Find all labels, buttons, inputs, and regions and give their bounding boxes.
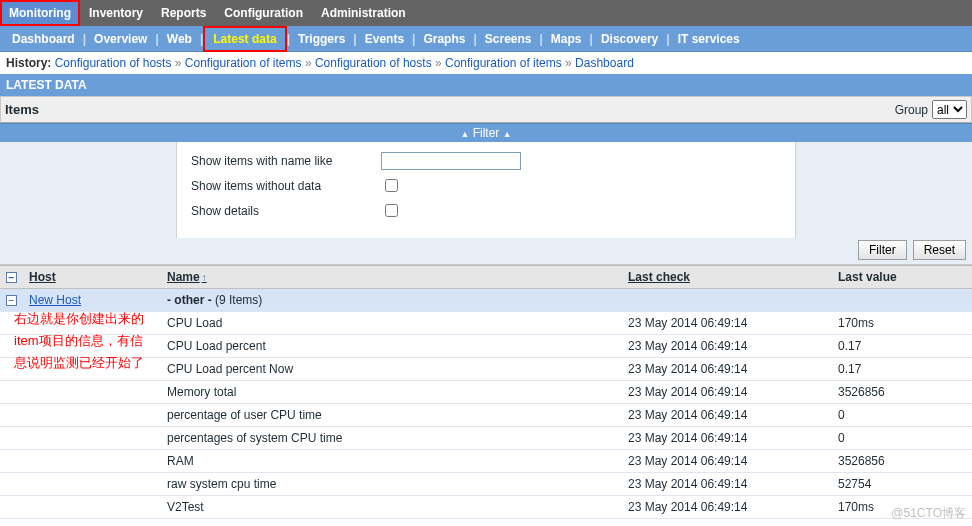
item-last-value: 3526856 bbox=[832, 381, 972, 404]
item-name: percentages of system CPU time bbox=[161, 427, 622, 450]
items-bar: Items Group all bbox=[0, 96, 972, 123]
filter-button[interactable]: Filter bbox=[858, 240, 907, 260]
topnav-tab-administration[interactable]: Administration bbox=[312, 0, 415, 26]
topnav: Monitoring Inventory Reports Configurati… bbox=[0, 0, 972, 26]
table-row: percentage of user CPU time23 May 2014 0… bbox=[0, 404, 972, 427]
item-last-check: 23 May 2014 06:49:14 bbox=[622, 358, 832, 381]
annotation-text: 右边就是你创建出来的item项目的信息，有信息说明监测已经开始了 bbox=[14, 308, 144, 374]
history-link[interactable]: Configuration of items bbox=[445, 56, 562, 70]
table-row: V2Test23 May 2014 06:49:14170ms bbox=[0, 496, 972, 519]
topnav-tab-monitoring[interactable]: Monitoring bbox=[0, 0, 80, 26]
topnav-tab-reports[interactable]: Reports bbox=[152, 0, 215, 26]
item-last-value: 3526856 bbox=[832, 450, 972, 473]
page-title: LATEST DATA bbox=[0, 74, 972, 96]
toggle-all-icon[interactable]: − bbox=[6, 272, 17, 283]
chevron-up-icon: ▲ bbox=[503, 129, 512, 139]
toggle-group-icon[interactable]: − bbox=[6, 295, 17, 306]
item-name: V2Test bbox=[161, 496, 622, 519]
subnav-discovery[interactable]: Discovery bbox=[593, 26, 666, 52]
item-name: CPU Load percent Now bbox=[161, 358, 622, 381]
item-last-value: 52754 bbox=[832, 473, 972, 496]
filter-name-like-label: Show items with name like bbox=[191, 154, 381, 168]
topnav-tab-inventory[interactable]: Inventory bbox=[80, 0, 152, 26]
filter-name-like-input[interactable] bbox=[381, 152, 521, 170]
table-row: CPU Load percent23 May 2014 06:49:140.17 bbox=[0, 335, 972, 358]
item-last-value: 0 bbox=[832, 404, 972, 427]
col-last-value: Last value bbox=[832, 266, 972, 289]
table-row: Memory total23 May 2014 06:49:143526856 bbox=[0, 381, 972, 404]
item-last-check: 23 May 2014 06:49:14 bbox=[622, 450, 832, 473]
table-row: CPU Load23 May 2014 06:49:14170ms bbox=[0, 312, 972, 335]
subnav-it-services[interactable]: IT services bbox=[670, 26, 748, 52]
item-name: Memory total bbox=[161, 381, 622, 404]
group-name: - other - bbox=[167, 293, 212, 307]
table-row: CPU Load percent Now23 May 2014 06:49:14… bbox=[0, 358, 972, 381]
col-host[interactable]: Host bbox=[29, 270, 56, 284]
col-last-check[interactable]: Last check bbox=[628, 270, 690, 284]
filter-show-details-label: Show details bbox=[191, 204, 381, 218]
item-name: percentage of user CPU time bbox=[161, 404, 622, 427]
item-name: raw system cpu time bbox=[161, 473, 622, 496]
item-last-value: 0.17 bbox=[832, 358, 972, 381]
item-last-check: 23 May 2014 06:49:14 bbox=[622, 496, 832, 519]
item-last-check: 23 May 2014 06:49:14 bbox=[622, 335, 832, 358]
item-last-check: 23 May 2014 06:49:14 bbox=[622, 404, 832, 427]
subnav-graphs[interactable]: Graphs bbox=[415, 26, 473, 52]
watermark: @51CTO博客 bbox=[891, 505, 966, 522]
subnav-web[interactable]: Web bbox=[159, 26, 200, 52]
filter-caption-text: Filter bbox=[473, 126, 500, 140]
subnav-maps[interactable]: Maps bbox=[543, 26, 590, 52]
item-name: RAM bbox=[161, 450, 622, 473]
host-link[interactable]: New Host bbox=[29, 293, 81, 307]
subnav-screens[interactable]: Screens bbox=[477, 26, 540, 52]
item-name: CPU Load percent bbox=[161, 335, 622, 358]
sort-asc-icon: ↑ bbox=[202, 272, 207, 283]
breadcrumb: History: Configuration of hosts » Config… bbox=[0, 52, 972, 74]
chevron-up-icon: ▲ bbox=[460, 129, 469, 139]
filter-toggle[interactable]: ▲ Filter ▲ bbox=[0, 123, 972, 142]
subnav-overview[interactable]: Overview bbox=[86, 26, 155, 52]
group-label: Group bbox=[895, 103, 928, 117]
subnav: Dashboard| Overview| Web| Latest data| T… bbox=[0, 26, 972, 52]
subnav-latest-data[interactable]: Latest data bbox=[203, 26, 286, 52]
filter-without-data-checkbox[interactable] bbox=[385, 179, 398, 192]
item-last-check: 23 May 2014 06:49:14 bbox=[622, 427, 832, 450]
subnav-dashboard[interactable]: Dashboard bbox=[4, 26, 83, 52]
item-last-check: 23 May 2014 06:49:14 bbox=[622, 473, 832, 496]
subnav-events[interactable]: Events bbox=[357, 26, 412, 52]
filter-panel: Show items with name like Show items wit… bbox=[0, 142, 972, 265]
history-link[interactable]: Configuration of items bbox=[185, 56, 302, 70]
group-row: − New Host - other - (9 Items) bbox=[0, 289, 972, 312]
items-title: Items bbox=[5, 102, 39, 117]
item-last-value: 170ms bbox=[832, 312, 972, 335]
items-table: − Host Name↑ Last check Last value − New… bbox=[0, 265, 972, 519]
subnav-triggers[interactable]: Triggers bbox=[290, 26, 353, 52]
topnav-tab-configuration[interactable]: Configuration bbox=[215, 0, 312, 26]
item-last-value: 0.17 bbox=[832, 335, 972, 358]
history-link[interactable]: Configuration of hosts bbox=[55, 56, 172, 70]
history-link[interactable]: Dashboard bbox=[575, 56, 634, 70]
table-row: raw system cpu time23 May 2014 06:49:145… bbox=[0, 473, 972, 496]
group-select[interactable]: all bbox=[932, 100, 967, 119]
table-row: RAM23 May 2014 06:49:143526856 bbox=[0, 450, 972, 473]
group-count: (9 Items) bbox=[215, 293, 262, 307]
col-name[interactable]: Name↑ bbox=[167, 270, 207, 284]
filter-show-details-checkbox[interactable] bbox=[385, 204, 398, 217]
history-label: History: bbox=[6, 56, 51, 70]
item-last-check: 23 May 2014 06:49:14 bbox=[622, 312, 832, 335]
item-last-check: 23 May 2014 06:49:14 bbox=[622, 381, 832, 404]
history-link[interactable]: Configuration of hosts bbox=[315, 56, 432, 70]
filter-without-data-label: Show items without data bbox=[191, 179, 381, 193]
item-last-value: 0 bbox=[832, 427, 972, 450]
reset-button[interactable]: Reset bbox=[913, 240, 966, 260]
item-name: CPU Load bbox=[161, 312, 622, 335]
table-row: percentages of system CPU time23 May 201… bbox=[0, 427, 972, 450]
